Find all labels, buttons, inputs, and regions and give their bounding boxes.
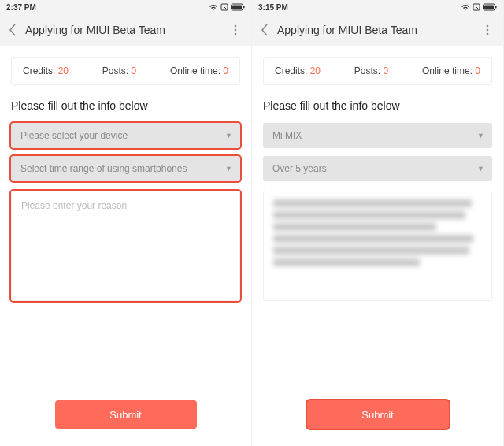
- svg-point-6: [235, 29, 237, 32]
- back-button[interactable]: [3, 20, 22, 39]
- svg-line-9: [475, 6, 478, 9]
- form-content: Credits: 20 Posts: 0 Online time: 0 Plea…: [0, 46, 251, 386]
- redacted-reason-text: [273, 199, 482, 266]
- overflow-menu-button[interactable]: [226, 20, 245, 39]
- chevron-down-icon: ▼: [225, 132, 232, 139]
- form-prompt: Please fill out the info below: [11, 99, 240, 112]
- form-prompt: Please fill out the info below: [263, 99, 492, 112]
- svg-point-5: [235, 25, 237, 28]
- chevron-down-icon: ▼: [477, 132, 484, 139]
- svg-point-14: [487, 29, 489, 32]
- stats-card: Credits: 20 Posts: 0 Online time: 0: [263, 57, 492, 85]
- device-select[interactable]: Mi MIX ▼: [263, 123, 492, 148]
- status-bar: 3:15 PM: [252, 0, 503, 14]
- svg-rect-12: [495, 6, 497, 9]
- battery-icon: [483, 3, 497, 11]
- title-bar: Applying for MIUI Beta Team: [252, 14, 503, 46]
- status-time: 3:15 PM: [258, 3, 288, 12]
- phone-right: 3:15 PM Applying for MIUI Beta Team Cred…: [252, 0, 504, 446]
- status-bar: 2:37 PM: [0, 0, 251, 14]
- svg-rect-3: [232, 6, 242, 9]
- stat-posts: Posts: 0: [354, 65, 388, 76]
- reason-textarea[interactable]: Please enter your reason: [11, 191, 240, 301]
- submit-button[interactable]: Submit: [55, 400, 197, 429]
- time-range-select-label: Over 5 years: [272, 163, 327, 174]
- device-select-label: Mi MIX: [272, 130, 302, 141]
- reason-placeholder: Please enter your reason: [21, 200, 127, 211]
- footer: Submit: [252, 386, 503, 446]
- stat-credits: Credits: 20: [23, 65, 69, 76]
- chevron-left-icon: [261, 24, 269, 36]
- stat-posts: Posts: 0: [102, 65, 136, 76]
- time-range-select[interactable]: Select time range of using smartphones ▼: [11, 156, 240, 181]
- title-bar: Applying for MIUI Beta Team: [0, 14, 251, 46]
- mute-icon: [220, 3, 228, 11]
- form-content: Credits: 20 Posts: 0 Online time: 0 Plea…: [252, 46, 503, 386]
- wifi-icon: [209, 3, 218, 11]
- stats-card: Credits: 20 Posts: 0 Online time: 0: [11, 57, 240, 85]
- wifi-icon: [461, 3, 470, 11]
- device-select-label: Please select your device: [20, 130, 128, 141]
- stat-credits: Credits: 20: [275, 65, 321, 76]
- status-icons: [209, 3, 245, 11]
- chevron-left-icon: [9, 24, 17, 36]
- mute-icon: [472, 3, 480, 11]
- chevron-down-icon: ▼: [477, 165, 484, 173]
- svg-point-13: [487, 25, 489, 28]
- status-icons: [461, 3, 497, 11]
- stat-online: Online time: 0: [170, 65, 228, 76]
- footer: Submit: [0, 386, 251, 446]
- svg-rect-4: [243, 6, 245, 9]
- status-time: 2:37 PM: [6, 3, 36, 12]
- more-vertical-icon: [234, 24, 237, 35]
- stat-online: Online time: 0: [422, 65, 480, 76]
- more-vertical-icon: [486, 24, 489, 35]
- page-title: Applying for MIUI Beta Team: [22, 24, 226, 36]
- svg-point-15: [487, 33, 489, 35]
- battery-icon: [231, 3, 245, 11]
- time-range-select[interactable]: Over 5 years ▼: [263, 156, 492, 181]
- overflow-menu-button[interactable]: [478, 20, 497, 39]
- svg-line-1: [223, 6, 226, 9]
- reason-textarea[interactable]: [263, 191, 492, 301]
- chevron-down-icon: ▼: [225, 165, 232, 173]
- page-title: Applying for MIUI Beta Team: [274, 24, 478, 36]
- back-button[interactable]: [255, 20, 274, 39]
- submit-button[interactable]: Submit: [307, 400, 449, 429]
- phone-left: 2:37 PM Applying for MIUI Beta Team Cred…: [0, 0, 252, 446]
- svg-rect-11: [484, 6, 494, 9]
- time-range-select-label: Select time range of using smartphones: [20, 163, 187, 174]
- svg-point-7: [235, 33, 237, 35]
- device-select[interactable]: Please select your device ▼: [11, 123, 240, 148]
